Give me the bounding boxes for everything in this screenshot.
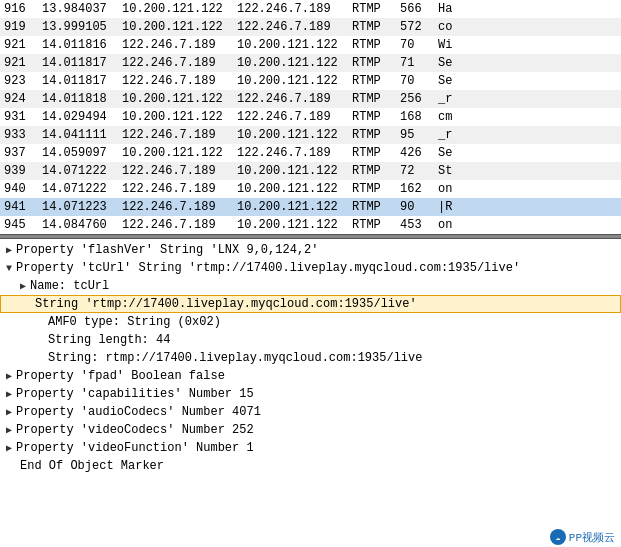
col-time: 14.071222: [42, 164, 122, 178]
list-item[interactable]: Property 'videoFunction' Number 1: [0, 439, 621, 457]
table-row[interactable]: 941 14.071223 122.246.7.189 10.200.121.1…: [0, 198, 621, 216]
collapse-icon[interactable]: [6, 263, 12, 274]
col-src: 122.246.7.189: [122, 164, 237, 178]
pp-logo: ☁ PP视频云: [550, 529, 615, 545]
col-len: 72: [400, 164, 438, 178]
expand-icon[interactable]: [6, 370, 12, 382]
detail-text: Property 'videoFunction' Number 1: [16, 441, 254, 455]
col-dst: 10.200.121.122: [237, 200, 352, 214]
detail-text: Property 'tcUrl' String 'rtmp://17400.li…: [16, 261, 520, 275]
col-dst: 10.200.121.122: [237, 218, 352, 232]
col-dst: 10.200.121.122: [237, 38, 352, 52]
table-row[interactable]: 937 14.059097 10.200.121.122 122.246.7.1…: [0, 144, 621, 162]
col-src: 10.200.121.122: [122, 2, 237, 16]
list-item[interactable]: End Of Object Marker: [0, 457, 621, 475]
col-src: 122.246.7.189: [122, 38, 237, 52]
col-no: 940: [4, 182, 42, 196]
col-src: 10.200.121.122: [122, 146, 237, 160]
col-info: Se: [438, 146, 452, 160]
expand-icon[interactable]: [6, 388, 12, 400]
table-row[interactable]: 916 13.984037 10.200.121.122 122.246.7.1…: [0, 0, 621, 18]
logo-icon: ☁: [550, 529, 566, 545]
list-item[interactable]: String: rtmp://17400.liveplay.myqcloud.c…: [0, 349, 621, 367]
table-row[interactable]: 933 14.041111 122.246.7.189 10.200.121.1…: [0, 126, 621, 144]
col-no: 919: [4, 20, 42, 34]
col-dst: 10.200.121.122: [237, 164, 352, 178]
col-info: on: [438, 218, 452, 232]
list-item[interactable]: Property 'audioCodecs' Number 4071: [0, 403, 621, 421]
list-item[interactable]: Name: tcUrl: [0, 277, 621, 295]
col-proto: RTMP: [352, 218, 400, 232]
list-item[interactable]: Property 'capabilities' Number 15: [0, 385, 621, 403]
col-src: 10.200.121.122: [122, 20, 237, 34]
col-proto: RTMP: [352, 2, 400, 16]
expand-icon[interactable]: [6, 244, 12, 256]
col-info: Ha: [438, 2, 452, 16]
list-item[interactable]: Property 'videoCodecs' Number 252: [0, 421, 621, 439]
col-dst: 10.200.121.122: [237, 182, 352, 196]
col-dst: 122.246.7.189: [237, 2, 352, 16]
col-no: 921: [4, 56, 42, 70]
col-len: 71: [400, 56, 438, 70]
list-item[interactable]: AMF0 type: String (0x02): [0, 313, 621, 331]
col-no: 923: [4, 74, 42, 88]
detail-text: Property 'capabilities' Number 15: [16, 387, 254, 401]
list-item[interactable]: Property 'fpad' Boolean false: [0, 367, 621, 385]
expand-icon[interactable]: [6, 442, 12, 454]
table-row[interactable]: 945 14.084760 122.246.7.189 10.200.121.1…: [0, 216, 621, 234]
table-row[interactable]: 924 14.011818 10.200.121.122 122.246.7.1…: [0, 90, 621, 108]
col-src: 122.246.7.189: [122, 128, 237, 142]
col-time: 14.071222: [42, 182, 122, 196]
col-no: 924: [4, 92, 42, 106]
expand-icon[interactable]: [20, 280, 26, 292]
col-dst: 10.200.121.122: [237, 74, 352, 88]
table-row[interactable]: 931 14.029494 10.200.121.122 122.246.7.1…: [0, 108, 621, 126]
detail-text: End Of Object Marker: [20, 459, 164, 473]
col-proto: RTMP: [352, 56, 400, 70]
table-row[interactable]: 919 13.999105 10.200.121.122 122.246.7.1…: [0, 18, 621, 36]
detail-text: Property 'videoCodecs' Number 252: [16, 423, 254, 437]
col-len: 70: [400, 74, 438, 88]
detail-text: String 'rtmp://17400.liveplay.myqcloud.c…: [35, 297, 417, 311]
col-dst: 122.246.7.189: [237, 20, 352, 34]
table-row[interactable]: 921 14.011816 122.246.7.189 10.200.121.1…: [0, 36, 621, 54]
detail-text: Property 'audioCodecs' Number 4071: [16, 405, 261, 419]
logo-text: PP视频云: [569, 530, 615, 545]
detail-text: String length: 44: [48, 333, 170, 347]
col-dst: 122.246.7.189: [237, 92, 352, 106]
col-time: 14.011817: [42, 56, 122, 70]
packet-table: 916 13.984037 10.200.121.122 122.246.7.1…: [0, 0, 621, 234]
detail-text: AMF0 type: String (0x02): [48, 315, 221, 329]
expand-icon[interactable]: [6, 406, 12, 418]
col-time: 13.999105: [42, 20, 122, 34]
col-len: 95: [400, 128, 438, 142]
detail-text: Property 'flashVer' String 'LNX 9,0,124,…: [16, 243, 318, 257]
col-proto: RTMP: [352, 110, 400, 124]
col-time: 14.011818: [42, 92, 122, 106]
expand-icon[interactable]: [6, 424, 12, 436]
col-len: 162: [400, 182, 438, 196]
table-row[interactable]: 921 14.011817 122.246.7.189 10.200.121.1…: [0, 54, 621, 72]
col-src: 122.246.7.189: [122, 182, 237, 196]
col-info: cm: [438, 110, 452, 124]
col-info: co: [438, 20, 452, 34]
col-time: 13.984037: [42, 2, 122, 16]
col-src: 10.200.121.122: [122, 110, 237, 124]
list-item[interactable]: Property 'flashVer' String 'LNX 9,0,124,…: [0, 241, 621, 259]
table-row[interactable]: 940 14.071222 122.246.7.189 10.200.121.1…: [0, 180, 621, 198]
col-no: 931: [4, 110, 42, 124]
detail-text: String: rtmp://17400.liveplay.myqcloud.c…: [48, 351, 422, 365]
col-info: _r: [438, 92, 452, 106]
list-item[interactable]: String 'rtmp://17400.liveplay.myqcloud.c…: [0, 295, 621, 313]
table-row[interactable]: 939 14.071222 122.246.7.189 10.200.121.1…: [0, 162, 621, 180]
col-time: 14.071223: [42, 200, 122, 214]
list-item[interactable]: String length: 44: [0, 331, 621, 349]
col-dst: 122.246.7.189: [237, 146, 352, 160]
table-row[interactable]: 923 14.011817 122.246.7.189 10.200.121.1…: [0, 72, 621, 90]
col-info: on: [438, 182, 452, 196]
col-dst: 122.246.7.189: [237, 110, 352, 124]
col-len: 90: [400, 200, 438, 214]
list-item[interactable]: Property 'tcUrl' String 'rtmp://17400.li…: [0, 259, 621, 277]
col-no: 933: [4, 128, 42, 142]
col-src: 122.246.7.189: [122, 74, 237, 88]
